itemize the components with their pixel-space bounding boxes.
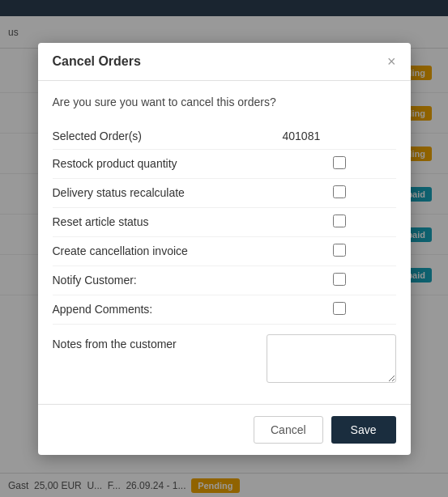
notify-customer-label: Notify Customer: — [53, 274, 283, 287]
cancel-button[interactable]: Cancel — [254, 416, 323, 444]
notes-textarea[interactable] — [267, 334, 396, 383]
append-comments-label: Append Comments: — [53, 303, 283, 316]
append-comments-checkbox[interactable] — [283, 302, 396, 315]
cancellation-invoice-checkbox[interactable] — [283, 244, 396, 257]
reset-article-row: Reset article status — [53, 208, 396, 237]
notify-customer-row: Notify Customer: — [53, 266, 396, 295]
delivery-status-row: Delivery status recalculate — [53, 179, 396, 208]
append-comments-row: Append Comments: — [53, 295, 396, 325]
modal-body: Are you sure you want to cancel this ord… — [38, 81, 411, 397]
save-button[interactable]: Save — [331, 416, 396, 444]
notes-label: Notes from the customer — [53, 334, 267, 350]
restock-checkbox[interactable] — [283, 156, 396, 169]
cancel-orders-modal: Cancel Orders × Are you sure you want to… — [38, 43, 411, 455]
notes-row: Notes from the customer — [53, 328, 396, 389]
modal-question: Are you sure you want to cancel this ord… — [53, 96, 396, 108]
selected-orders-label: Selected Order(s) — [53, 130, 283, 142]
notify-customer-checkbox[interactable] — [283, 273, 396, 286]
modal-close-button[interactable]: × — [387, 54, 396, 69]
modal-footer: Cancel Save — [38, 404, 411, 455]
reset-article-label: Reset article status — [53, 215, 283, 228]
modal-header: Cancel Orders × — [38, 43, 411, 81]
restock-row: Restock product quantity — [53, 150, 396, 179]
selected-orders-value: 401081 — [283, 130, 396, 142]
cancellation-invoice-label: Create cancellation invoice — [53, 244, 283, 257]
modal-title: Cancel Orders — [53, 54, 141, 69]
reset-article-checkbox[interactable] — [283, 215, 396, 227]
selected-orders-row: Selected Order(s) 401081 — [53, 123, 396, 150]
cancellation-invoice-row: Create cancellation invoice — [53, 237, 396, 266]
delivery-status-label: Delivery status recalculate — [53, 186, 283, 199]
delivery-status-checkbox[interactable] — [283, 185, 396, 198]
restock-label: Restock product quantity — [53, 157, 283, 170]
modal-overlay: Cancel Orders × Are you sure you want to… — [0, 0, 448, 497]
